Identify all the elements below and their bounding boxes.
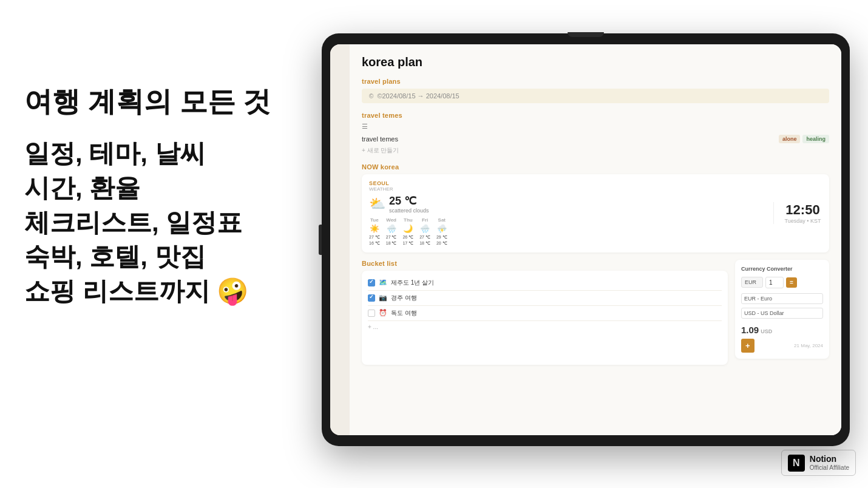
page-title: korea plan — [362, 55, 829, 69]
forecast-emoji-0: ☀️ — [370, 224, 379, 233]
forecast-day-0: Tue ☀️ 27 ℃16 ℃ — [369, 217, 380, 246]
travel-temes-label: travel temes — [362, 112, 829, 119]
new-item[interactable]: + 새로 만들기 — [362, 146, 829, 155]
tablet-frame: korea plan travel plans © ©2024/08/15 → … — [322, 33, 850, 446]
weather-desc: scattered clouds — [389, 208, 429, 214]
forecast-day-name-0: Tue — [370, 217, 379, 223]
main-title: 여행 계획의 모든 것 — [24, 85, 291, 118]
bucket-text-2: 독도 여행 — [391, 309, 417, 317]
currency-result: 1.09USD — [741, 325, 823, 335]
bucket-add[interactable]: + ... — [368, 324, 722, 330]
bucket-text-1: 경주 여행 — [391, 294, 417, 302]
forecast-temps-4: 29 ℃20 ℃ — [436, 234, 447, 246]
weather-city: SEOUL — [369, 180, 773, 186]
forecast-day-name-4: Sat — [438, 217, 446, 223]
date-bar: © ©2024/08/15 → 2024/08/15 — [362, 89, 829, 103]
weather-temp-block: 25 ℃ scattered clouds — [389, 194, 429, 214]
clock-day: Tuesday • KST — [785, 218, 821, 224]
currency-input-row: EUR 1 = — [741, 277, 823, 288]
bucket-icon-1: 📷 — [379, 294, 387, 302]
currency-from-select[interactable]: EUR - Euro — [741, 293, 823, 304]
calendar-icon: © — [369, 93, 373, 100]
list-icon: ☰ — [362, 123, 829, 130]
bucket-item-1: 📷 경주 여행 — [368, 291, 722, 306]
notion-sidebar — [330, 44, 350, 435]
bucket-icon-0: 🗺️ — [379, 279, 387, 286]
currency-to-select[interactable]: USD - US Dollar — [741, 308, 823, 319]
forecast-emoji-1: 🌧️ — [387, 224, 396, 233]
weather-right: 12:50 Tuesday • KST — [773, 202, 822, 224]
weather-main-row: ⛅ 25 ℃ scattered clouds — [369, 194, 773, 214]
temes-row: travel temes alone healing — [362, 133, 829, 145]
bucket-checkbox-2[interactable] — [368, 310, 375, 317]
forecast-day-name-2: Thu — [404, 217, 413, 223]
temes-row-label: travel temes — [362, 135, 398, 143]
currency-col: Currency Converter EUR 1 = EUR - Euro US… — [735, 260, 829, 375]
forecast-emoji-4: ⛈️ — [437, 224, 447, 233]
weather-emoji-big: ⛅ — [369, 196, 385, 212]
forecast-temps-3: 27 ℃18 ℃ — [419, 234, 430, 246]
tag-alone: alone — [779, 135, 801, 143]
currency-title: Currency Converter — [741, 266, 823, 272]
bucket-list-items: 🗺️ 제주도 1년 살기 📷 경주 여행 ⏰ 독 — [362, 271, 728, 365]
forecast-temps-2: 26 ℃17 ℃ — [402, 234, 413, 246]
date-value: ©2024/08/15 → 2024/08/15 — [377, 92, 459, 100]
tablet-screen: korea plan travel plans © ©2024/08/15 → … — [330, 44, 841, 435]
forecast-temps-0: 27 ℃16 ℃ — [369, 234, 380, 246]
now-korea-label: NOW korea — [362, 163, 829, 171]
weather-left: SEOUL WEATHER ⛅ 25 ℃ scattered clouds — [369, 180, 773, 246]
bottom-columns: Bucket list 🗺️ 제주도 1년 살기 📷 경주 여행 — [362, 260, 829, 375]
travel-plans-label: travel plans — [362, 78, 829, 85]
sub-items: 일정, 테마, 날씨 시간, 환율 체크리스트, 일정표 숙박, 호텔, 맛집 … — [24, 137, 291, 308]
travel-temes-section: travel temes ☰ travel temes alone healin… — [362, 112, 829, 155]
clock-time: 12:50 — [785, 202, 819, 218]
tag-healing: healing — [802, 135, 829, 143]
forecast-temps-1: 27 ℃18 ℃ — [386, 234, 397, 246]
bucket-col: Bucket list 🗺️ 제주도 1년 살기 📷 경주 여행 — [362, 260, 728, 375]
forecast-day-name-3: Fri — [422, 217, 428, 223]
notion-badge: N Notion Official Affiliate — [781, 450, 856, 476]
left-panel: 여행 계획의 모든 것 일정, 테마, 날씨 시간, 환율 체크리스트, 일정표… — [24, 85, 291, 309]
forecast-day-4: Sat ⛈️ 29 ℃20 ℃ — [436, 217, 447, 246]
weather-label: WEATHER — [369, 186, 773, 192]
currency-date: 21 May, 2024 — [794, 343, 823, 348]
forecast-day-name-1: Wed — [386, 217, 396, 223]
bucket-text-0: 제주도 1년 살기 — [391, 279, 434, 287]
currency-widget: Currency Converter EUR 1 = EUR - Euro US… — [735, 260, 829, 359]
forecast-day-2: Thu 🌙 26 ℃17 ℃ — [402, 217, 413, 246]
bucket-checkbox-1[interactable] — [368, 294, 375, 302]
currency-plus-btn[interactable]: + — [741, 339, 754, 353]
currency-footer: + 21 May, 2024 — [741, 339, 823, 353]
bucket-list-label: Bucket list — [362, 260, 728, 267]
forecast-day-1: Wed 🌧️ 27 ℃18 ℃ — [386, 217, 397, 246]
forecast-emoji-2: 🌙 — [403, 224, 413, 233]
notion-logo: N — [788, 455, 805, 472]
currency-amount[interactable]: 1 — [765, 277, 784, 288]
weather-temp-main: 25 ℃ — [389, 194, 429, 208]
currency-eq-btn[interactable]: = — [786, 277, 797, 288]
now-korea-section: NOW korea SEOUL WEATHER ⛅ 25 ℃ scattered… — [362, 163, 829, 252]
bucket-item-2: ⏰ 독도 여행 — [368, 306, 722, 321]
weather-widget: SEOUL WEATHER ⛅ 25 ℃ scattered clouds — [362, 174, 829, 252]
currency-from-code: EUR — [741, 277, 763, 288]
bucket-item-0: 🗺️ 제주도 1년 살기 — [368, 276, 722, 291]
forecast-emoji-3: 🌧️ — [420, 224, 430, 233]
tablet-wrapper: korea plan travel plans © ©2024/08/15 → … — [322, 33, 850, 446]
bucket-checkbox-0[interactable] — [368, 279, 375, 286]
forecast-row: Tue ☀️ 27 ℃16 ℃ Wed 🌧️ 27 ℃18 ℃ — [369, 217, 773, 246]
currency-result-value: 1.09 — [741, 325, 759, 335]
notion-text: Notion Official Affiliate — [810, 454, 849, 472]
currency-result-unit: USD — [761, 328, 772, 334]
temes-tags: alone healing — [779, 135, 829, 143]
forecast-day-3: Fri 🌧️ 27 ℃18 ℃ — [419, 217, 430, 246]
notion-content: korea plan travel plans © ©2024/08/15 → … — [350, 44, 841, 435]
bucket-icon-2: ⏰ — [379, 309, 387, 317]
